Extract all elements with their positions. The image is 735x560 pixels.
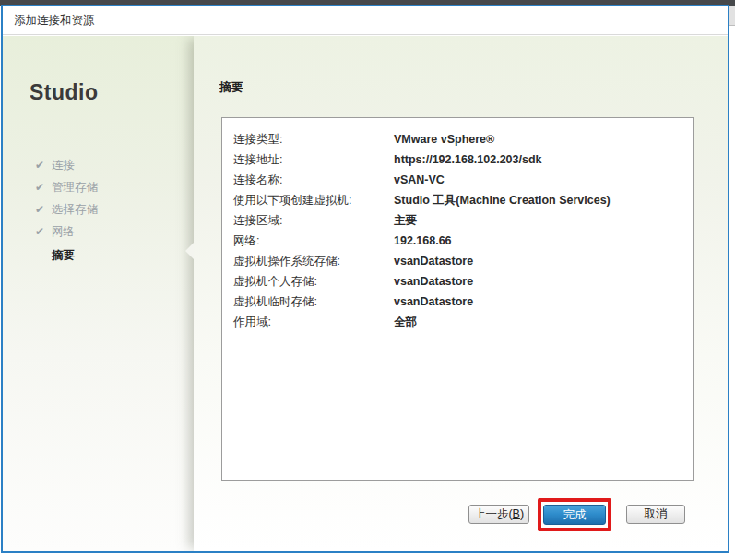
summary-row: 作用域:全部 <box>233 312 682 332</box>
add-connection-dialog: 添加连接和资源 Studio ✔连接 ✔管理存储 ✔选择存储 ✔网络 ✔摘要 <box>1 5 729 553</box>
row-label: 连接地址: <box>233 149 394 170</box>
check-icon: ✔ <box>35 154 52 176</box>
row-value: 主要 <box>394 214 417 227</box>
check-icon: ✔ <box>35 198 52 220</box>
dialog-titlebar: 添加连接和资源 <box>3 6 728 35</box>
step-select-storage[interactable]: ✔选择存储 <box>35 198 98 220</box>
row-label: 使用以下项创建虚拟机: <box>233 190 394 210</box>
back-button-label: 上一步( <box>474 507 513 520</box>
check-icon: ✔ <box>35 220 52 243</box>
background-window-fragment <box>729 6 735 26</box>
step-label: 摘要 <box>52 249 75 262</box>
wizard-steps: ✔连接 ✔管理存储 ✔选择存储 ✔网络 ✔摘要 <box>35 154 98 267</box>
row-value: 全部 <box>394 316 417 328</box>
dialog-content: Studio ✔连接 ✔管理存储 ✔选择存储 ✔网络 ✔摘要 <box>3 36 728 551</box>
row-value: vSAN-VC <box>394 173 445 186</box>
summary-row: 虚拟机临时存储:vsanDatastore <box>233 292 682 312</box>
row-label: 网络: <box>233 231 394 251</box>
row-value: https://192.168.102.203/sdk <box>394 153 542 166</box>
step-summary-current: ✔摘要 <box>35 244 98 267</box>
page-title: 摘要 <box>219 79 243 96</box>
row-label: 连接区域: <box>233 210 394 231</box>
back-button[interactable]: 上一步(B) <box>468 505 529 524</box>
row-value: vsanDatastore <box>394 295 473 308</box>
row-value: VMware vSphere® <box>394 133 494 146</box>
row-value: vsanDatastore <box>394 255 473 268</box>
row-value: 192.168.66 <box>394 234 452 247</box>
row-label: 虚拟机操作系统存储: <box>233 251 394 271</box>
row-label: 连接类型: <box>233 129 394 149</box>
summary-row: 虚拟机个人存储:vsanDatastore <box>233 271 682 292</box>
row-label: 作用域: <box>233 312 394 332</box>
current-step-notch <box>185 243 194 259</box>
step-label: 连接 <box>52 159 75 172</box>
summary-row: 连接类型:VMware vSphere® <box>233 129 682 149</box>
cancel-button[interactable]: 取消 <box>626 505 685 524</box>
row-value: vsanDatastore <box>394 275 473 288</box>
check-icon: ✔ <box>35 176 52 198</box>
step-connection[interactable]: ✔连接 <box>35 154 98 176</box>
back-button-accesskey: B <box>513 507 520 520</box>
wizard-main-panel: 摘要 连接类型:VMware vSphere® 连接地址:https://192… <box>194 36 728 551</box>
summary-row: 连接区域:主要 <box>233 210 682 231</box>
dialog-title: 添加连接和资源 <box>14 14 95 27</box>
back-button-label-suffix: ) <box>520 507 524 520</box>
finish-button[interactable]: 完成 <box>543 505 606 525</box>
summary-box: 连接类型:VMware vSphere® 连接地址:https://192.16… <box>221 117 694 481</box>
row-label: 虚拟机临时存储: <box>233 292 394 312</box>
studio-brand: Studio <box>30 80 99 105</box>
row-label: 虚拟机个人存储: <box>233 271 394 292</box>
step-label: 网络 <box>52 225 75 238</box>
step-label: 选择存储 <box>52 203 98 216</box>
summary-row: 网络:192.168.66 <box>233 231 682 251</box>
summary-row: 使用以下项创建虚拟机:Studio 工具(Machine Creation Se… <box>233 190 682 210</box>
wizard-sidebar: Studio ✔连接 ✔管理存储 ✔选择存储 ✔网络 ✔摘要 <box>3 36 194 551</box>
finish-highlight-annotation: 完成 <box>538 498 611 531</box>
summary-row: 虚拟机操作系统存储:vsanDatastore <box>233 251 682 271</box>
row-label: 连接名称: <box>233 170 394 190</box>
summary-row: 连接名称:vSAN-VC <box>233 170 682 190</box>
row-value: Studio 工具(Machine Creation Services) <box>394 194 611 207</box>
step-manage-storage[interactable]: ✔管理存储 <box>35 176 98 198</box>
summary-row: 连接地址:https://192.168.102.203/sdk <box>233 149 682 170</box>
step-label: 管理存储 <box>52 181 98 194</box>
step-network[interactable]: ✔网络 <box>35 220 98 243</box>
